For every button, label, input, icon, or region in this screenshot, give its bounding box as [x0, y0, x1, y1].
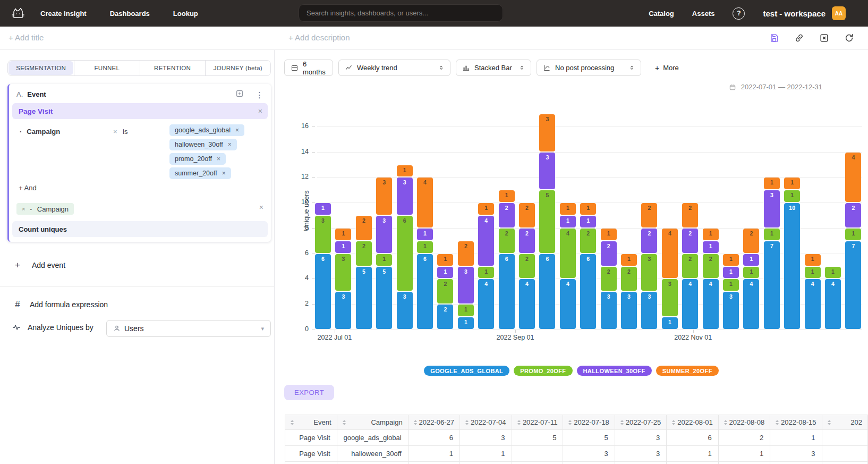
bar-segment-halloween_30off[interactable]: 3 [397, 178, 413, 215]
bar-segment-halloween_30off[interactable]: 1 [335, 241, 351, 253]
sort-icon[interactable] [465, 420, 469, 425]
clear-close-icon[interactable] [819, 32, 829, 43]
bar-segment-promo_20off[interactable]: 2 [519, 254, 535, 279]
legend-item-summer_20off[interactable]: SUMMER_20OFF [656, 366, 719, 376]
bar-segment-halloween_30off[interactable]: 1 [437, 267, 453, 279]
avatar[interactable]: AA [832, 6, 846, 20]
bar-segment-google_ads_global[interactable]: 3 [641, 292, 657, 329]
add-title-placeholder[interactable]: + Add title [8, 33, 44, 42]
bar-segment-promo_20off[interactable]: 2 [499, 229, 515, 253]
bar-segment-google_ads_global[interactable]: 1 [662, 317, 678, 329]
filter-property-row[interactable]: · Campaign [20, 128, 60, 136]
legend-item-google_ads_global[interactable]: GOOGLE_ADS_GLOBAL [424, 366, 509, 376]
tab-journey-beta-[interactable]: JOURNEY (beta) [205, 61, 270, 75]
bar-segment-summer_20off[interactable]: 1 [621, 254, 637, 266]
bar-segment-promo_20off[interactable]: 1 [845, 229, 861, 240]
aggregation-selector[interactable]: Count uniques [12, 221, 268, 237]
bar-segment-summer_20off[interactable]: 4 [662, 229, 678, 279]
bar-segment-promo_20off[interactable]: 6 [397, 216, 413, 291]
bar-segment-promo_20off[interactable]: 2 [621, 267, 637, 291]
bar-segment-promo_20off[interactable]: 1 [764, 229, 780, 240]
bar-segment-promo_20off[interactable]: 1 [743, 267, 759, 279]
filter-value-tag[interactable]: promo_20off× [169, 153, 226, 165]
bar-segment-halloween_30off[interactable]: 2 [499, 203, 515, 227]
bar-segment-google_ads_global[interactable]: 2 [437, 305, 453, 329]
bar-segment-promo_20off[interactable]: 3 [335, 254, 351, 291]
tab-funnel[interactable]: FUNNEL [74, 61, 139, 75]
sort-icon[interactable] [828, 420, 831, 425]
sort-icon[interactable] [724, 420, 727, 425]
refresh-icon[interactable] [844, 32, 854, 43]
bar-segment-halloween_30off[interactable]: 2 [682, 229, 698, 253]
bar-segment-summer_20off[interactable]: 1 [499, 190, 515, 202]
save-icon[interactable] [769, 32, 779, 43]
bar-segment-halloween_30off[interactable]: 1 [743, 254, 759, 266]
filter-value-tag[interactable]: halloween_30off× [169, 139, 237, 150]
bar-segment-promo_20off[interactable]: 2 [601, 267, 617, 291]
bar-segment-google_ads_global[interactable]: 4 [682, 279, 698, 329]
bar-segment-summer_20off[interactable]: 2 [458, 241, 474, 266]
bar-segment-google_ads_global[interactable]: 4 [519, 279, 535, 329]
bar-segment-summer_20off[interactable]: 1 [580, 203, 596, 215]
bar-segment-summer_20off[interactable]: 3 [376, 178, 392, 215]
bar-segment-summer_20off[interactable]: 2 [519, 203, 535, 227]
bar-segment-summer_20off[interactable]: 2 [641, 203, 657, 227]
bar-segment-halloween_30off[interactable]: 1 [315, 203, 331, 215]
bar-segment-google_ads_global[interactable]: 4 [805, 279, 821, 329]
remove-event-icon[interactable]: × [258, 107, 262, 115]
bar-segment-halloween_30off[interactable]: 4 [478, 216, 494, 266]
add-filter-icon[interactable] [235, 89, 244, 100]
bar-segment-summer_20off[interactable]: 1 [560, 203, 576, 215]
bar-segment-promo_20off[interactable]: 1 [417, 241, 433, 253]
nav-item-assets[interactable]: Assets [692, 10, 715, 18]
bar-segment-google_ads_global[interactable]: 3 [621, 292, 637, 329]
remove-value-icon[interactable]: × [217, 155, 220, 163]
sort-icon[interactable] [343, 420, 346, 425]
bar-segment-promo_20off[interactable]: 2 [437, 279, 453, 303]
bar-segment-halloween_30off[interactable]: 1 [417, 229, 433, 240]
bar-segment-summer_20off[interactable]: 4 [845, 153, 861, 203]
nav-item-catalog[interactable]: Catalog [649, 10, 674, 18]
bar-segment-halloween_30off[interactable]: 1 [703, 241, 719, 253]
bar-segment-promo_20off[interactable]: 2 [580, 229, 596, 253]
bar-segment-google_ads_global[interactable]: 7 [845, 241, 861, 329]
bar-segment-summer_20off[interactable]: 2 [682, 203, 698, 227]
legend-item-promo_20off[interactable]: PROMO_20OFF [514, 366, 572, 376]
bar-segment-halloween_30off[interactable]: 2 [601, 241, 617, 266]
remove-value-icon[interactable]: × [228, 141, 232, 148]
nav-item-dashboards[interactable]: Dashboards [110, 10, 150, 18]
bar-segment-promo_20off[interactable]: 2 [703, 254, 719, 279]
bar-segment-summer_20off[interactable]: 1 [335, 229, 351, 240]
bar-segment-google_ads_global[interactable]: 6 [580, 254, 596, 329]
search-input[interactable] [299, 4, 503, 22]
remove-breakdown-row-icon[interactable]: × [259, 203, 263, 212]
workspace-name[interactable]: test - workspace [763, 9, 826, 18]
sort-icon[interactable] [291, 420, 294, 425]
bar-segment-promo_20off[interactable]: 1 [805, 267, 821, 279]
add-and-condition[interactable]: + And [19, 184, 37, 192]
bar-segment-promo_20off[interactable]: 1 [478, 267, 494, 279]
remove-breakdown-icon[interactable]: × [22, 206, 25, 212]
bar-segment-google_ads_global[interactable]: 7 [764, 241, 780, 329]
breakdown-pill[interactable]: × · Campaign [16, 203, 74, 215]
bar-segment-promo_20off[interactable]: 4 [560, 229, 576, 279]
bar-segment-summer_20off[interactable]: 1 [703, 229, 719, 240]
bar-segment-google_ads_global[interactable]: 3 [723, 292, 739, 329]
bar-segment-summer_20off[interactable]: 1 [437, 254, 453, 266]
bar-segment-halloween_30off[interactable]: 2 [641, 229, 657, 253]
sort-icon[interactable] [568, 420, 572, 425]
bar-segment-halloween_30off[interactable]: 3 [458, 267, 474, 304]
bar-segment-summer_20off[interactable]: 1 [784, 178, 800, 189]
filter-value-tag[interactable]: google_ads_global× [169, 124, 244, 136]
filter-value-tag[interactable]: summer_20off× [169, 167, 231, 179]
nav-item-create-insight[interactable]: Create insight [40, 10, 87, 18]
bar-segment-halloween_30off[interactable]: 1 [723, 267, 739, 279]
bar-segment-summer_20off[interactable]: 4 [417, 178, 433, 227]
bar-segment-google_ads_global[interactable]: 5 [376, 267, 392, 329]
bar-segment-summer_20off[interactable]: 1 [478, 203, 494, 215]
sort-icon[interactable] [776, 420, 779, 425]
bar-segment-google_ads_global[interactable]: 3 [397, 292, 413, 329]
bar-segment-halloween_30off[interactable]: 3 [539, 153, 555, 190]
bar-segment-promo_20off[interactable]: 2 [682, 254, 698, 279]
add-event-button[interactable]: + Add event [13, 260, 65, 271]
